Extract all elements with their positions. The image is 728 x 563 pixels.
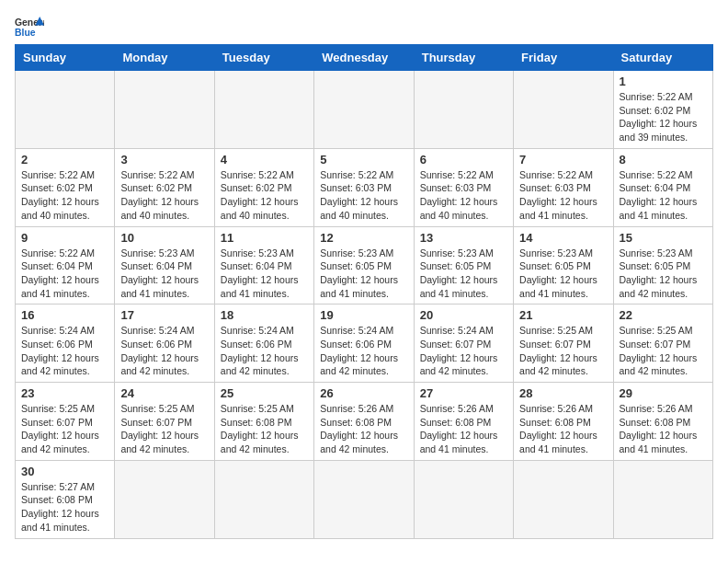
day-info: Sunrise: 5:22 AM Sunset: 6:02 PM Dayligh…: [221, 168, 308, 223]
day-number: 12: [320, 231, 407, 245]
day-info: Sunrise: 5:23 AM Sunset: 6:05 PM Dayligh…: [620, 247, 707, 301]
day-cell: [414, 460, 513, 538]
header-wednesday: Wednesday: [314, 45, 414, 71]
week-row-5: 30Sunrise: 5:27 AM Sunset: 6:08 PM Dayli…: [16, 460, 713, 538]
page-header: General Blue: [15, 15, 713, 40]
day-info: Sunrise: 5:24 AM Sunset: 6:06 PM Dayligh…: [320, 324, 407, 378]
logo: General Blue: [15, 15, 44, 40]
logo-icon: General Blue: [15, 15, 44, 40]
day-cell: 20Sunrise: 5:24 AM Sunset: 6:07 PM Dayli…: [414, 304, 513, 383]
day-cell: 14Sunrise: 5:23 AM Sunset: 6:05 PM Dayli…: [514, 226, 613, 304]
day-cell: 9Sunrise: 5:22 AM Sunset: 6:04 PM Daylig…: [16, 226, 115, 304]
day-cell: [314, 460, 414, 538]
day-number: 1: [620, 75, 707, 88]
day-cell: 24Sunrise: 5:25 AM Sunset: 6:07 PM Dayli…: [115, 383, 214, 461]
day-cell: 8Sunrise: 5:22 AM Sunset: 6:04 PM Daylig…: [613, 148, 712, 226]
week-row-4: 23Sunrise: 5:25 AM Sunset: 6:07 PM Dayli…: [16, 383, 713, 461]
day-info: Sunrise: 5:22 AM Sunset: 6:02 PM Dayligh…: [21, 168, 108, 223]
day-info: Sunrise: 5:26 AM Sunset: 6:08 PM Dayligh…: [320, 402, 407, 456]
week-row-3: 16Sunrise: 5:24 AM Sunset: 6:06 PM Dayli…: [16, 304, 713, 383]
day-number: 17: [120, 308, 208, 322]
day-info: Sunrise: 5:23 AM Sunset: 6:05 PM Dayligh…: [320, 247, 407, 301]
day-cell: 6Sunrise: 5:22 AM Sunset: 6:03 PM Daylig…: [414, 148, 513, 226]
day-number: 5: [320, 153, 407, 167]
day-info: Sunrise: 5:23 AM Sunset: 6:05 PM Dayligh…: [519, 247, 607, 301]
day-cell: 2Sunrise: 5:22 AM Sunset: 6:02 PM Daylig…: [16, 148, 115, 226]
day-cell: 3Sunrise: 5:22 AM Sunset: 6:02 PM Daylig…: [115, 148, 214, 226]
day-info: Sunrise: 5:24 AM Sunset: 6:06 PM Dayligh…: [21, 324, 108, 378]
day-cell: 30Sunrise: 5:27 AM Sunset: 6:08 PM Dayli…: [16, 460, 115, 538]
day-info: Sunrise: 5:22 AM Sunset: 6:02 PM Dayligh…: [620, 90, 707, 144]
day-info: Sunrise: 5:24 AM Sunset: 6:06 PM Dayligh…: [120, 324, 208, 378]
day-info: Sunrise: 5:25 AM Sunset: 6:07 PM Dayligh…: [120, 402, 208, 456]
day-number: 26: [320, 386, 407, 400]
day-cell: 21Sunrise: 5:25 AM Sunset: 6:07 PM Dayli…: [514, 304, 613, 383]
day-cell: 19Sunrise: 5:24 AM Sunset: 6:06 PM Dayli…: [314, 304, 414, 383]
header-tuesday: Tuesday: [214, 45, 313, 71]
day-number: 8: [620, 153, 707, 167]
week-row-2: 9Sunrise: 5:22 AM Sunset: 6:04 PM Daylig…: [16, 226, 713, 304]
day-number: 30: [21, 465, 108, 478]
day-cell: [414, 71, 513, 149]
day-info: Sunrise: 5:26 AM Sunset: 6:08 PM Dayligh…: [620, 402, 707, 456]
header-sunday: Sunday: [16, 45, 115, 71]
day-number: 19: [320, 308, 407, 322]
day-info: Sunrise: 5:24 AM Sunset: 6:07 PM Dayligh…: [420, 324, 507, 378]
day-cell: 5Sunrise: 5:22 AM Sunset: 6:03 PM Daylig…: [314, 148, 414, 226]
day-cell: [613, 460, 712, 538]
day-info: Sunrise: 5:23 AM Sunset: 6:05 PM Dayligh…: [420, 247, 507, 301]
header-thursday: Thursday: [414, 45, 513, 71]
day-info: Sunrise: 5:22 AM Sunset: 6:03 PM Dayligh…: [519, 168, 607, 223]
day-number: 7: [519, 153, 607, 167]
day-cell: [115, 460, 214, 538]
day-number: 27: [420, 386, 507, 400]
header-monday: Monday: [115, 45, 214, 71]
day-cell: [514, 71, 613, 149]
day-number: 13: [420, 231, 507, 245]
day-cell: 25Sunrise: 5:25 AM Sunset: 6:08 PM Dayli…: [214, 383, 313, 461]
day-info: Sunrise: 5:23 AM Sunset: 6:04 PM Dayligh…: [221, 247, 308, 301]
day-cell: 28Sunrise: 5:26 AM Sunset: 6:08 PM Dayli…: [514, 383, 613, 461]
day-cell: 17Sunrise: 5:24 AM Sunset: 6:06 PM Dayli…: [115, 304, 214, 383]
day-number: 25: [221, 386, 308, 400]
day-info: Sunrise: 5:25 AM Sunset: 6:07 PM Dayligh…: [519, 324, 607, 378]
day-number: 21: [519, 308, 607, 322]
day-info: Sunrise: 5:22 AM Sunset: 6:04 PM Dayligh…: [620, 168, 707, 223]
day-cell: [16, 71, 115, 149]
day-cell: 29Sunrise: 5:26 AM Sunset: 6:08 PM Dayli…: [613, 383, 712, 461]
day-cell: [214, 71, 313, 149]
day-cell: 27Sunrise: 5:26 AM Sunset: 6:08 PM Dayli…: [414, 383, 513, 461]
day-info: Sunrise: 5:23 AM Sunset: 6:04 PM Dayligh…: [120, 247, 208, 301]
day-cell: 11Sunrise: 5:23 AM Sunset: 6:04 PM Dayli…: [214, 226, 313, 304]
day-cell: 16Sunrise: 5:24 AM Sunset: 6:06 PM Dayli…: [16, 304, 115, 383]
day-info: Sunrise: 5:26 AM Sunset: 6:08 PM Dayligh…: [519, 402, 607, 456]
day-cell: 13Sunrise: 5:23 AM Sunset: 6:05 PM Dayli…: [414, 226, 513, 304]
calendar-header-row: SundayMondayTuesdayWednesdayThursdayFrid…: [16, 45, 713, 71]
day-number: 24: [120, 386, 208, 400]
day-cell: 26Sunrise: 5:26 AM Sunset: 6:08 PM Dayli…: [314, 383, 414, 461]
day-cell: 15Sunrise: 5:23 AM Sunset: 6:05 PM Dayli…: [613, 226, 712, 304]
day-info: Sunrise: 5:22 AM Sunset: 6:03 PM Dayligh…: [320, 168, 407, 223]
day-number: 29: [620, 386, 707, 400]
day-cell: 4Sunrise: 5:22 AM Sunset: 6:02 PM Daylig…: [214, 148, 313, 226]
day-number: 2: [21, 153, 108, 167]
day-cell: 18Sunrise: 5:24 AM Sunset: 6:06 PM Dayli…: [214, 304, 313, 383]
day-cell: [514, 460, 613, 538]
day-number: 6: [420, 153, 507, 167]
day-info: Sunrise: 5:25 AM Sunset: 6:07 PM Dayligh…: [21, 402, 108, 456]
calendar-table: SundayMondayTuesdayWednesdayThursdayFrid…: [15, 44, 713, 539]
day-number: 10: [120, 231, 208, 245]
day-number: 11: [221, 231, 308, 245]
day-cell: 22Sunrise: 5:25 AM Sunset: 6:07 PM Dayli…: [613, 304, 712, 383]
day-number: 28: [519, 386, 607, 400]
day-info: Sunrise: 5:26 AM Sunset: 6:08 PM Dayligh…: [420, 402, 507, 456]
day-number: 18: [221, 308, 308, 322]
day-number: 20: [420, 308, 507, 322]
day-info: Sunrise: 5:24 AM Sunset: 6:06 PM Dayligh…: [221, 324, 308, 378]
day-info: Sunrise: 5:25 AM Sunset: 6:07 PM Dayligh…: [620, 324, 707, 378]
day-info: Sunrise: 5:27 AM Sunset: 6:08 PM Dayligh…: [21, 480, 108, 534]
day-cell: [214, 460, 313, 538]
day-info: Sunrise: 5:25 AM Sunset: 6:08 PM Dayligh…: [221, 402, 308, 456]
day-cell: 23Sunrise: 5:25 AM Sunset: 6:07 PM Dayli…: [16, 383, 115, 461]
day-number: 4: [221, 153, 308, 167]
